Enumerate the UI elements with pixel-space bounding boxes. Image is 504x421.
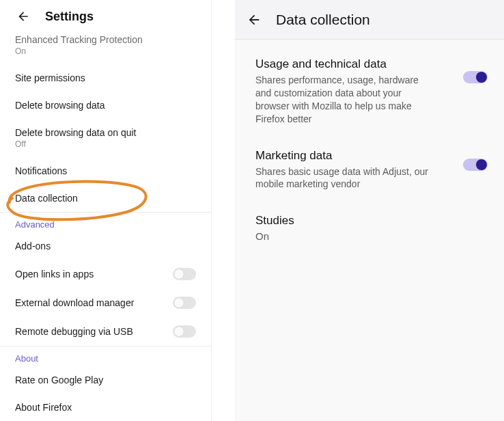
section-header-about: About <box>0 347 211 366</box>
row-delete-browsing-data-on-quit[interactable]: Delete browsing data on quit Off <box>0 119 211 157</box>
setting-title: Studies <box>255 214 294 228</box>
back-button[interactable] <box>14 7 33 26</box>
row-label: Remote debugging via USB <box>15 326 133 337</box>
settings-header: Settings <box>0 0 211 33</box>
row-about-firefox[interactable]: About Firefox <box>0 394 211 421</box>
back-button[interactable] <box>244 10 264 29</box>
switch-col <box>463 149 488 171</box>
setting-sub: On <box>255 230 294 242</box>
setting-desc: Shares performance, usage, hardware and … <box>255 74 430 126</box>
toggle-switch[interactable] <box>173 297 196 309</box>
row-label: Site permissions <box>15 72 196 83</box>
toggle-switch[interactable] <box>173 268 196 280</box>
settings-title: Settings <box>45 10 94 24</box>
setting-title: Usage and technical data <box>255 57 430 71</box>
data-collection-title: Data collection <box>276 12 370 28</box>
setting-desc: Shares basic usage data with Adjust, our… <box>255 165 430 191</box>
row-site-permissions[interactable]: Site permissions <box>0 64 211 92</box>
row-notifications[interactable]: Notifications <box>0 157 211 185</box>
settings-panel: Settings Enhanced Tracking Protection On… <box>0 0 212 421</box>
toggle-switch[interactable] <box>463 159 488 171</box>
setting-studies[interactable]: Studies On <box>255 214 488 242</box>
data-collection-panel: Data collection Usage and technical data… <box>212 0 504 421</box>
row-sub: On <box>15 46 196 56</box>
row-label: Delete browsing data <box>15 100 196 111</box>
row-rate-on-google-play[interactable]: Rate on Google Play <box>0 366 211 394</box>
row-label: Data collection <box>15 193 196 204</box>
row-open-links-in-apps[interactable]: Open links in apps <box>0 260 211 288</box>
data-collection-header: Data collection <box>235 0 504 40</box>
setting-text: Usage and technical data Shares performa… <box>255 57 430 126</box>
row-label: Delete browsing data on quit <box>15 127 196 138</box>
row-label: External download manager <box>15 297 134 308</box>
row-external-download-manager[interactable]: External download manager <box>0 288 211 317</box>
toggle-switch[interactable] <box>463 71 488 83</box>
back-arrow-icon <box>16 10 30 23</box>
row-data-collection[interactable]: Data collection <box>0 185 211 212</box>
row-delete-browsing-data[interactable]: Delete browsing data <box>0 92 211 119</box>
section-header-advanced: Advanced <box>0 213 211 232</box>
row-add-ons[interactable]: Add-ons <box>0 232 211 260</box>
back-arrow-icon <box>247 12 262 27</box>
row-label: Open links in apps <box>15 269 94 280</box>
row-enhanced-tracking-protection[interactable]: Enhanced Tracking Protection On <box>0 33 211 64</box>
row-sub: Off <box>15 139 196 149</box>
row-label: Rate on Google Play <box>15 375 196 385</box>
switch-col <box>463 57 488 83</box>
setting-text: Studies On <box>255 214 294 242</box>
settings-list: Enhanced Tracking Protection On Site per… <box>0 33 211 421</box>
setting-usage-technical-data[interactable]: Usage and technical data Shares performa… <box>255 57 488 126</box>
row-label: Add-ons <box>15 241 196 252</box>
toggle-switch[interactable] <box>173 325 196 338</box>
setting-title: Marketing data <box>255 149 430 163</box>
row-label: Enhanced Tracking Protection <box>15 34 196 45</box>
data-collection-content: Usage and technical data Shares performa… <box>235 40 504 421</box>
row-label: Notifications <box>15 165 196 176</box>
row-label: About Firefox <box>15 402 196 413</box>
row-remote-debugging-via-usb[interactable]: Remote debugging via USB <box>0 317 211 346</box>
setting-text: Marketing data Shares basic usage data w… <box>255 149 430 191</box>
setting-marketing-data[interactable]: Marketing data Shares basic usage data w… <box>255 149 488 191</box>
